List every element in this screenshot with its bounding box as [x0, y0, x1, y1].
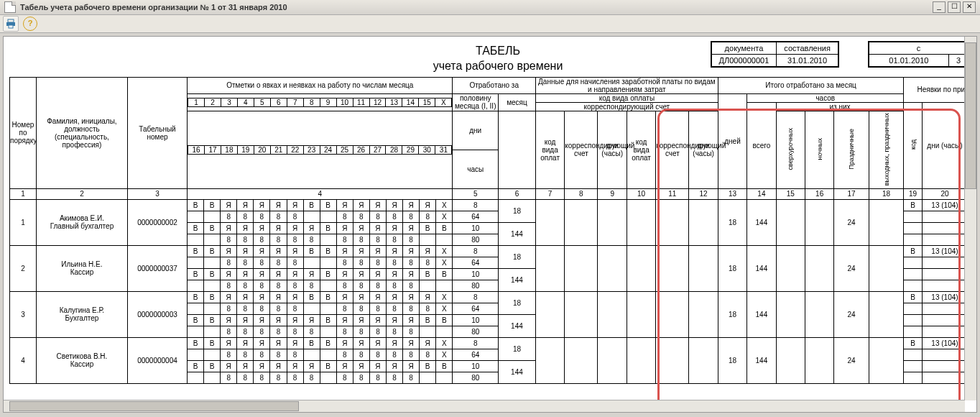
col-c8b: корреспондирующий счет [656, 111, 689, 188]
col-c7a: код вида оплат [535, 111, 564, 188]
col-hol: Праздничные [834, 111, 869, 188]
day-numbers-2: 16171819202122232425262728293031 [188, 111, 453, 188]
period-from-label: с [869, 42, 968, 55]
horizontal-scrollbar[interactable] [4, 400, 965, 412]
header-boxes: документа составления ДЛ000000001 31.01.… [711, 41, 969, 68]
table-row: 1Акимова Е.И.Главный бухгалтер0000000002… [10, 199, 978, 211]
table-row: 4Светикова В.Н.Кассир0000000004ВВЯЯЯЯЯВВ… [10, 337, 978, 349]
col-abs-code: код [904, 102, 922, 188]
col-t-days: дней [718, 93, 746, 188]
table-row: 2Ильина Н.Е.Кассир0000000037ВВЯЯЯЯЯВВЯЯЯ… [10, 245, 978, 257]
col-paycode: код вида оплаты [535, 93, 718, 102]
minimize-button[interactable]: _ [933, 1, 946, 13]
timesheet-table: Номер по порядку Фамилия, инициалы, долж… [9, 77, 977, 384]
col-payroll: Данные для начисления заработной платы п… [535, 77, 718, 93]
col-corr: корреспондирующий счет [535, 102, 718, 111]
vertical-scrollbar[interactable] [964, 37, 976, 400]
col-c8a: корреспондирующий счет [565, 111, 598, 188]
col-night: ночных [805, 111, 833, 188]
col-c9a: дни (часы) [598, 111, 627, 188]
col-abs-days: дни (часы) [922, 102, 967, 188]
document-icon [4, 1, 16, 13]
printer-icon [6, 19, 16, 29]
table-row: 3Калугина Е.Р.Бухгалтер0000000003ВВЯЯЯЯЯ… [10, 291, 978, 303]
day-numbers-1: 123456789101112131415X [188, 93, 453, 111]
svg-rect-0 [8, 19, 14, 22]
col-number: Номер по порядку [10, 77, 37, 188]
comp-date-value: 31.01.2010 [777, 55, 838, 67]
col-total: Итого отработано за месяц [718, 77, 904, 93]
col-half: половину месяца (I, II) [453, 93, 498, 111]
close-button[interactable]: ✕ [963, 1, 976, 13]
col-c9b: дни (часы) [689, 111, 718, 188]
col-worked: Отработано за [453, 77, 535, 93]
col-over: сверхурочных [776, 111, 805, 188]
col-month: месяц [498, 93, 535, 111]
col-c7b: код вида оплат [627, 111, 655, 188]
help-button[interactable]: ? [23, 17, 37, 31]
col-tabnum: Табельный номер [127, 77, 187, 188]
comp-date-label: составления [777, 42, 838, 55]
document-viewport: документа составления ДЛ000000001 31.01.… [3, 36, 977, 413]
col-marks: Отметки о явках и неявках на работу по ч… [188, 77, 453, 93]
maximize-button[interactable]: ☐ [948, 1, 961, 13]
toolbar: ? [0, 15, 980, 33]
col-fio: Фамилия, инициалы, должность (специально… [36, 77, 127, 188]
col-hours: часы [453, 150, 498, 188]
window-title: Табель учета рабочего времени организаци… [20, 0, 930, 14]
col-days: дни [453, 111, 498, 150]
period-from-value: 01.01.2010 [869, 55, 948, 67]
print-button[interactable] [3, 16, 19, 32]
col-t-total: всего [747, 102, 776, 188]
doc-number-value: ДЛ000000001 [711, 55, 777, 67]
doc-number-label: документа [711, 42, 777, 55]
col-weekend: выходных, праздничных [869, 111, 903, 188]
col-hours-group: часов [747, 93, 904, 102]
title-bar: Табель учета рабочего времени организаци… [0, 0, 980, 15]
svg-rect-2 [9, 25, 13, 28]
col-ofthem: из них [776, 102, 904, 111]
